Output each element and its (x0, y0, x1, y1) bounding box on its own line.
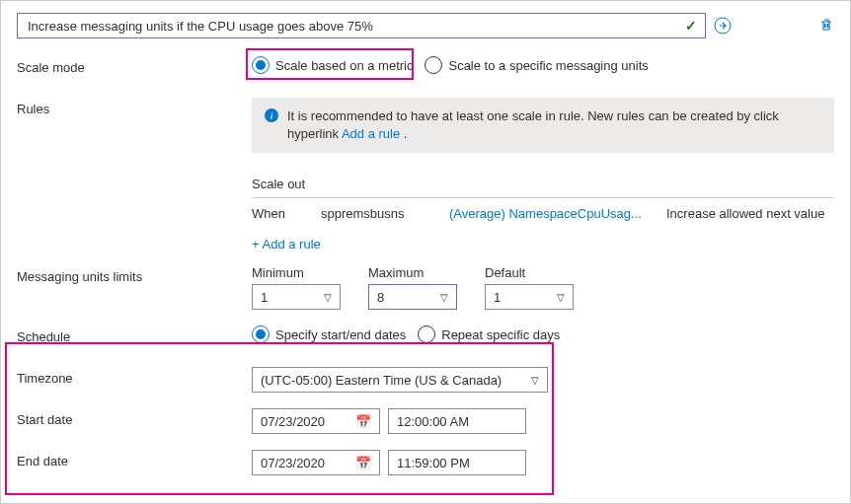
svg-text:i: i (270, 109, 272, 121)
radio-scale-metric-label: Scale based on a metric (275, 58, 413, 73)
chevron-down-icon: ▽ (440, 292, 448, 303)
start-date-input[interactable]: 07/23/2020 📅 (252, 408, 380, 434)
chevron-down-icon: ▽ (557, 292, 565, 303)
submit-arrow-icon[interactable] (714, 17, 732, 35)
autoscale-condition-panel: ✓ Scale mode Scale based on a metric Sca… (0, 0, 851, 504)
limit-min-select[interactable]: 1 ▽ (252, 284, 341, 310)
radio-specify-dates[interactable]: Specify start/end dates (252, 325, 406, 343)
calendar-icon: 📅 (355, 456, 371, 470)
radio-scale-metric[interactable]: Scale based on a metric (252, 56, 413, 74)
rule-row: When sppremsbusns (Average) NamespaceCpu… (252, 198, 834, 229)
chevron-down-icon: ▽ (531, 375, 539, 386)
limit-default-select[interactable]: 1 ▽ (485, 284, 574, 310)
rules-table: Scale out When sppremsbusns (Average) Na… (252, 171, 834, 259)
chevron-down-icon: ▽ (324, 292, 332, 303)
radio-scale-specific[interactable]: Scale to a specific messaging units (425, 56, 648, 74)
radio-specify-dates-label: Specify start/end dates (275, 327, 406, 342)
condition-name-input[interactable] (26, 18, 685, 35)
limit-min-label: Minimum (252, 265, 341, 280)
start-date-label: Start date (17, 408, 252, 427)
rule-action: Increase allowed next value (666, 206, 834, 221)
info-icon: i (264, 108, 279, 123)
add-rule-link[interactable]: + Add a rule (252, 229, 321, 259)
radio-repeat-days-label: Repeat specific days (441, 327, 560, 342)
end-time-input[interactable]: 11:59:00 PM (388, 450, 526, 475)
timezone-select[interactable]: (UTC-05:00) Eastern Time (US & Canada) ▽ (252, 367, 548, 393)
rule-metric-link[interactable]: (Average) NamespaceCpuUsag... (449, 206, 647, 221)
radio-repeat-days[interactable]: Repeat specific days (418, 325, 560, 343)
limits-row: Messaging units limits Minimum 1 ▽ Maxim… (17, 265, 834, 310)
timezone-label: Timezone (17, 367, 252, 386)
timezone-row: Timezone (UTC-05:00) Eastern Time (US & … (17, 367, 834, 396)
limit-max-label: Maximum (368, 265, 457, 280)
start-time-input[interactable]: 12:00:00 AM (388, 408, 526, 434)
rules-info-bar: i It is recommended to have at least one… (252, 98, 834, 153)
add-rule-link-inline[interactable]: Add a rule (342, 126, 400, 141)
limits-label: Messaging units limits (17, 265, 252, 284)
valid-check-icon: ✓ (685, 18, 697, 34)
rule-when: When (252, 206, 301, 221)
rules-label: Rules (17, 98, 252, 116)
radio-scale-specific-label: Scale to a specific messaging units (448, 58, 648, 73)
end-date-input[interactable]: 07/23/2020 📅 (252, 450, 380, 475)
end-date-label: End date (17, 450, 252, 468)
limit-default-label: Default (485, 265, 574, 280)
limit-default: Default 1 ▽ (485, 265, 574, 310)
schedule-options: Specify start/end dates Repeat specific … (252, 325, 834, 343)
limit-max-select[interactable]: 8 ▽ (368, 284, 457, 310)
rules-info-text: It is recommended to have at least one s… (287, 108, 822, 143)
delete-condition-icon[interactable] (739, 17, 834, 36)
limits-fields: Minimum 1 ▽ Maximum 8 ▽ Default (252, 265, 834, 310)
scale-mode-label: Scale mode (17, 56, 252, 75)
end-date-row: End date 07/23/2020 📅 11:59:00 PM (17, 450, 834, 479)
schedule-row: Schedule Specify start/end dates Repeat … (17, 325, 834, 355)
rules-row: Rules i It is recommended to have at lea… (17, 98, 834, 259)
scale-mode-options: Scale based on a metric Scale to a speci… (252, 56, 834, 74)
condition-title-row: ✓ (17, 13, 834, 38)
rule-namespace: sppremsbusns (321, 206, 429, 221)
condition-name-wrap[interactable]: ✓ (17, 13, 706, 38)
limit-max: Maximum 8 ▽ (368, 265, 457, 310)
start-date-row: Start date 07/23/2020 📅 12:00:00 AM (17, 408, 834, 438)
calendar-icon: 📅 (355, 414, 371, 429)
scale-mode-row: Scale mode Scale based on a metric Scale… (17, 56, 834, 86)
schedule-label: Schedule (17, 325, 252, 344)
limit-min: Minimum 1 ▽ (252, 265, 341, 310)
rules-table-header: Scale out (252, 171, 834, 198)
